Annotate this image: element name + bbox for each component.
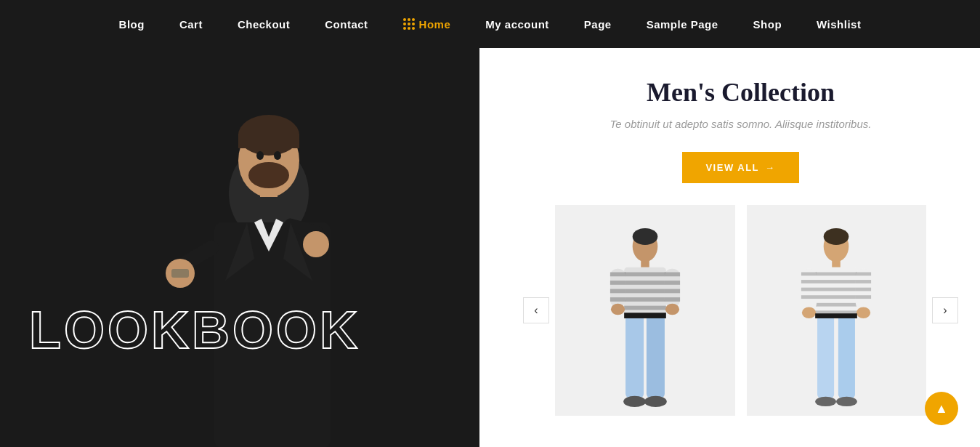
svg-rect-41: [624, 313, 666, 318]
svg-rect-57: [801, 288, 817, 291]
man-illustration: [0, 48, 479, 447]
svg-rect-35: [665, 289, 680, 294]
nav-my-account[interactable]: My account: [485, 18, 549, 31]
svg-rect-49: [815, 280, 857, 283]
main-navigation: Blog Cart Checkout Contact Home My accou…: [0, 0, 980, 48]
svg-rect-22: [624, 273, 666, 277]
svg-point-70: [836, 397, 857, 406]
svg-rect-48: [815, 273, 857, 276]
svg-rect-25: [624, 297, 666, 302]
product-person-2: [793, 227, 880, 408]
collection-section: Men's Collection Te obtinuit ut adepto s…: [479, 48, 980, 447]
svg-rect-58: [801, 295, 817, 299]
svg-point-8: [248, 162, 289, 188]
lookbook-text: LOOKBOOK: [29, 300, 360, 360]
nav-home[interactable]: Home: [403, 18, 451, 31]
svg-point-15: [303, 231, 329, 257]
svg-point-69: [815, 397, 836, 406]
svg-point-38: [665, 304, 679, 315]
nav-shop[interactable]: Shop: [753, 18, 782, 31]
nav-checkout[interactable]: Checkout: [238, 18, 290, 31]
svg-rect-24: [624, 289, 666, 294]
svg-rect-20: [641, 259, 649, 267]
svg-rect-7: [238, 134, 299, 148]
svg-rect-33: [665, 273, 680, 277]
svg-rect-36: [665, 297, 680, 302]
lookbook-image: [0, 48, 479, 447]
product-figure-1: [555, 212, 735, 408]
svg-point-42: [623, 396, 646, 407]
svg-rect-55: [801, 273, 817, 276]
svg-rect-67: [838, 315, 855, 398]
svg-point-64: [802, 307, 816, 318]
svg-rect-50: [815, 288, 857, 291]
carousel-prev-button[interactable]: ‹: [523, 297, 549, 323]
home-dots-icon: [403, 18, 415, 30]
nav-wishlist[interactable]: Wishlist: [817, 18, 861, 31]
collection-title: Men's Collection: [647, 77, 835, 108]
svg-rect-60: [856, 273, 871, 276]
svg-rect-40: [647, 314, 665, 398]
product-figure-2: [747, 212, 927, 408]
svg-point-37: [611, 304, 625, 315]
carousel-next-button[interactable]: ›: [932, 297, 958, 323]
svg-rect-56: [801, 280, 817, 283]
product-carousel: ‹: [523, 205, 958, 416]
nav-page[interactable]: Page: [584, 18, 612, 31]
product-card[interactable]: [555, 205, 735, 416]
product-person-1: [602, 227, 689, 408]
collection-subtitle: Te obtinuit ut adepto satis somno. Aliis…: [610, 118, 872, 130]
svg-rect-30: [610, 289, 625, 294]
svg-point-45: [824, 228, 849, 245]
nav-contact[interactable]: Contact: [325, 18, 368, 31]
svg-rect-63: [856, 295, 871, 299]
svg-point-65: [857, 307, 870, 318]
products-row: [549, 205, 932, 416]
svg-point-9: [256, 151, 264, 160]
main-content: LOOKBOOK Men's Collection Te obtinuit ut…: [0, 48, 980, 447]
svg-rect-52: [815, 303, 857, 307]
svg-point-19: [632, 228, 657, 245]
nav-blog[interactable]: Blog: [119, 18, 145, 31]
nav-cart[interactable]: Cart: [179, 18, 203, 31]
view-all-button[interactable]: VIEW ALL →: [682, 152, 798, 183]
svg-rect-13: [171, 269, 189, 278]
svg-point-10: [274, 151, 281, 160]
svg-rect-31: [610, 297, 625, 302]
lookbook-section: LOOKBOOK: [0, 48, 479, 447]
scroll-to-top-button[interactable]: ▲: [925, 392, 958, 425]
svg-rect-51: [815, 295, 857, 299]
svg-rect-34: [665, 281, 680, 285]
svg-rect-61: [856, 280, 871, 283]
product-card-2[interactable]: [747, 205, 927, 416]
svg-rect-46: [832, 259, 841, 267]
svg-rect-39: [625, 314, 644, 398]
svg-rect-62: [856, 288, 871, 291]
nav-sample-page[interactable]: Sample Page: [647, 18, 718, 31]
svg-point-43: [644, 396, 667, 407]
svg-rect-68: [815, 313, 857, 318]
svg-rect-26: [624, 306, 666, 310]
svg-rect-29: [610, 281, 625, 285]
svg-rect-66: [817, 315, 834, 398]
svg-rect-28: [610, 273, 625, 277]
svg-rect-23: [624, 281, 666, 285]
